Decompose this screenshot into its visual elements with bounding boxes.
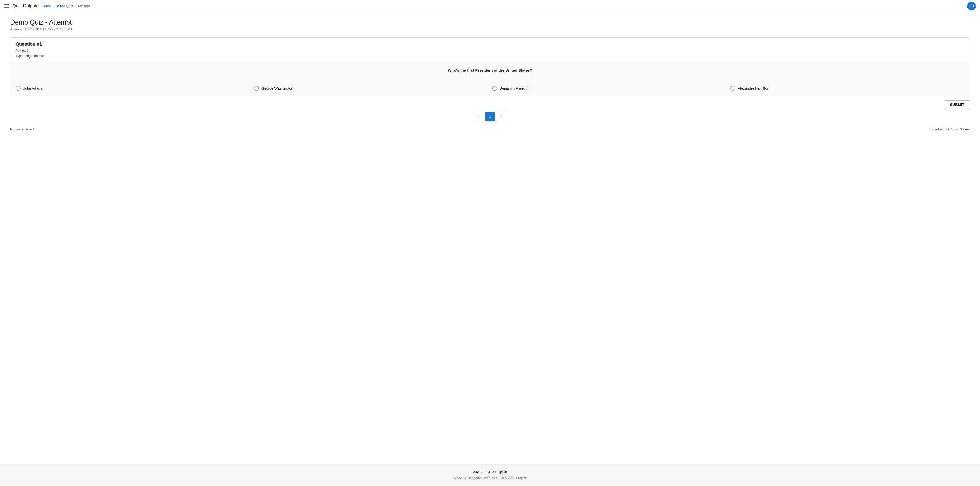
footer-line1: 2021 — Quiz Dolphin [0, 470, 980, 474]
avatar[interactable]: EU [967, 2, 976, 11]
question-text: Who's the first President of the United … [16, 68, 964, 73]
time-left-label: Time Left: 0 h 1 min 50 sec [930, 127, 970, 131]
pagination-page-1[interactable]: 1 [485, 112, 495, 121]
breadcrumb-demo-quiz[interactable]: Demo Quiz [56, 4, 73, 8]
pagination-prev[interactable]: ‹ [474, 112, 484, 121]
options-grid: John Adams George Washington Benjamin Fr… [11, 86, 969, 96]
option-alexander-hamilton[interactable]: Alexander Hamilton [730, 86, 964, 91]
progress-saved-label: Progress Saved [10, 127, 34, 131]
page-subtitle: Attempt ID: FGXNIFGATGXYKCJQZVWU [10, 27, 970, 31]
submit-row: SUBMIT [10, 100, 970, 109]
question-type: Type: single choice [16, 53, 964, 59]
question-title: Question #1 [16, 41, 964, 47]
question-body: Who's the first President of the United … [11, 62, 969, 86]
pagination-next[interactable]: › [496, 112, 506, 121]
submit-button[interactable]: SUBMIT [945, 100, 970, 109]
breadcrumb-sep-2: - [75, 4, 76, 8]
option-benjamin-franklin[interactable]: Benjamin Franklin [492, 86, 726, 91]
footer: 2021 — Quiz Dolphin Made by Hongqiao Che… [0, 464, 980, 486]
footer-line2: Made by Hongqiao Chen as a FBLA 2021 Pro… [0, 476, 980, 480]
radio-george-washington[interactable] [254, 86, 259, 91]
pagination-row: ‹ 1 › [10, 112, 970, 121]
option-label-alexander-hamilton: Alexander Hamilton [738, 86, 769, 91]
brand-logo[interactable]: Quiz Dolphin [12, 3, 38, 9]
hamburger-menu[interactable] [4, 4, 9, 8]
hamburger-bar-2 [4, 6, 9, 6]
status-bar: Progress Saved Time Left: 0 h 1 min 50 s… [10, 125, 970, 133]
question-card: Question #1 Points: 5 Type: single choic… [10, 37, 970, 96]
radio-benjamin-franklin[interactable] [492, 86, 497, 91]
page-title: Demo Quiz - Attempt [10, 18, 970, 26]
option-label-benjamin-franklin: Benjamin Franklin [500, 86, 528, 91]
breadcrumb-current: Attempt [78, 4, 90, 8]
option-label-george-washington: George Washington [261, 86, 293, 91]
breadcrumb: Home - Demo Quiz - Attempt [41, 4, 90, 8]
breadcrumb-sep-1: - [52, 4, 54, 8]
main-content: Demo Quiz - Attempt Attempt ID: FGXNIFGA… [0, 12, 980, 464]
question-header: Question #1 Points: 5 Type: single choic… [11, 38, 969, 62]
question-points: Points: 5 [16, 48, 964, 53]
option-george-washington[interactable]: George Washington [254, 86, 488, 91]
navbar-right: EU [967, 2, 976, 11]
hamburger-bar-3 [4, 7, 9, 8]
option-label-john-adams: John Adams [23, 86, 43, 91]
radio-john-adams[interactable] [16, 86, 21, 91]
breadcrumb-home[interactable]: Home [41, 4, 51, 8]
hamburger-bar-1 [4, 4, 9, 5]
navbar: Quiz Dolphin Home - Demo Quiz - Attempt … [0, 0, 980, 12]
option-john-adams[interactable]: John Adams [16, 86, 250, 91]
radio-alexander-hamilton[interactable] [730, 86, 735, 91]
